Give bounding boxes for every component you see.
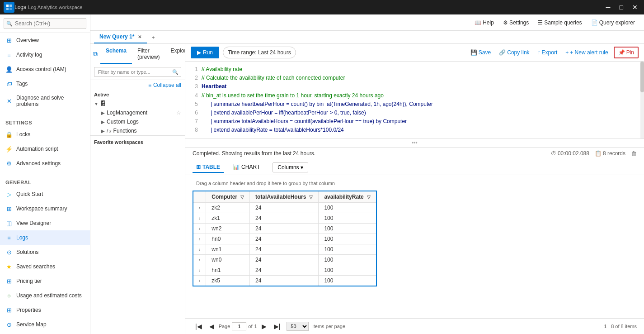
tree-item-functions[interactable]: ▶ f x Functions [98,126,185,135]
table-header-availability-rate[interactable]: availabilityRate ▽ [319,191,376,203]
pin-button[interactable]: 📌 Pin [614,47,639,58]
table-header-total-hours[interactable]: totalAvailableHours ▽ [250,191,319,203]
sidebar-item-workspace-summary[interactable]: ⊞ Workspace summary [0,201,90,216]
save-button[interactable]: 💾 Save [468,48,494,57]
sidebar-item-logs[interactable]: ≡ Logs [0,230,90,245]
new-alert-rule-button[interactable]: + + New alert rule [563,48,611,57]
table-header-computer[interactable]: Computer ▽ [206,191,250,203]
sidebar-item-locks[interactable]: 🔒 Locks [0,127,90,142]
row-expand-3[interactable]: › [193,234,206,244]
table-row[interactable]: › hn0 24 100 [193,234,376,244]
total-hours-filter-icon[interactable]: ▽ [309,195,313,200]
tab-add-button[interactable]: + [148,31,158,43]
export-button[interactable]: ↑ Export [535,48,560,57]
minimize-button[interactable]: ─ [603,3,613,12]
export-icon: ↑ [538,49,541,56]
sidebar-item-pricing-tier[interactable]: ⊞ Pricing tier [0,274,90,288]
table-row[interactable]: › wn1 24 100 [193,244,376,254]
sidebar-item-view-designer[interactable]: ◫ View Designer [0,216,90,230]
drag-handle[interactable]: ••• [185,139,644,148]
help-button[interactable]: 📖 Help [471,17,498,29]
sidebar-item-usage-costs[interactable]: ○ Usage and estimated costs [0,288,90,303]
tab-close-icon[interactable]: ✕ [138,34,141,39]
query-explorer-button[interactable]: 📄 Query explorer [588,17,639,29]
columns-button[interactable]: Columns ▾ [273,162,308,172]
row-expand-1[interactable]: › [193,213,206,223]
settings-label: Settings [509,19,529,26]
collapse-all-button[interactable]: ≡ Collapse all [148,82,181,88]
results-table: Computer ▽ totalAvailableHours ▽ availab… [193,191,377,286]
tree-item-logmanagement[interactable]: ▶ LogManagement ☆ [98,108,185,117]
sidebar-item-advanced-settings[interactable]: ⚙ Advanced settings [0,156,90,171]
table-row[interactable]: › wn0 24 100 [193,254,376,265]
availability-rate-filter-icon[interactable]: ▽ [367,195,371,200]
sidebar-item-solutions[interactable]: ⊙ Solutions [0,245,90,259]
row-expand-6[interactable]: › [193,265,206,275]
delete-results-button[interactable]: 🗑 [631,150,637,157]
table-row[interactable]: › hn1 24 100 [193,265,376,275]
run-label: Run [203,49,213,56]
row-total-hours-1: 24 [250,213,319,223]
tab-explore[interactable]: Explore [165,44,185,64]
copy-link-button[interactable]: 🔗 Copy link [496,48,532,57]
sidebar-item-saved-searches[interactable]: ★ Saved searches [0,259,90,274]
schema-filter-input[interactable] [94,67,181,77]
tree-item-star-icon[interactable]: ☆ [176,110,181,116]
row-expand-7[interactable]: › [193,275,206,286]
schema-tabs: ⧉ Schema Filter (preview) Explore « [90,44,185,64]
sidebar-item-properties[interactable]: ⊞ Properties [0,303,90,317]
sidebar-item-quick-start[interactable]: ▷ Quick Start [0,187,90,201]
sidebar-item-tags[interactable]: 🏷 Tags [0,76,90,91]
tree-item-custom-logs[interactable]: ▶ Custom Logs [98,117,185,126]
row-expand-2[interactable]: › [193,223,206,234]
sidebar-item-label: Diagnose and solve problems [16,95,85,107]
result-tab-table[interactable]: ⊞ TABLE [193,162,224,173]
sidebar-search-input[interactable] [4,18,86,29]
close-button[interactable]: ✕ [630,3,640,12]
sidebar-item-service-map[interactable]: ⊙ Service Map [0,317,90,332]
tab-new-query-1[interactable]: New Query 1* ✕ [94,31,147,43]
row-computer-6: hn1 [206,265,250,275]
row-expand-5[interactable]: › [193,254,206,265]
next-page-button[interactable]: ▶ [259,321,269,331]
solutions-icon: ⊙ [5,248,13,256]
computer-filter-icon[interactable]: ▽ [240,195,244,200]
prev-page-button[interactable]: ◀ [207,321,217,331]
tab-filter-preview[interactable]: Filter (preview) [132,44,165,64]
row-computer-2: wn2 [206,223,250,234]
code-editor[interactable]: 12345678 // Availability rate // Calcula… [185,62,644,139]
code-line-4: // bin_at is used to set the time grain … [202,91,637,100]
settings-icon: ⚙ [503,19,508,26]
code-line-8: | extend availabilityRate = totalAvailab… [202,126,637,134]
table-row[interactable]: › wn2 24 100 [193,223,376,234]
sidebar-item-activity-log[interactable]: ≡ Activity log [0,48,90,62]
tab-schema[interactable]: Schema [100,44,132,64]
row-expand-0[interactable]: › [193,202,206,213]
schema-filter-icon-btn[interactable]: ⧉ [90,44,100,64]
tree-item-label: LogManagement [107,110,147,116]
per-page-select[interactable]: 50 100 200 [287,322,309,331]
svg-rect-1 [9,5,12,7]
sidebar-item-overview[interactable]: ⊞ Overview [0,33,90,48]
row-expand-4[interactable]: › [193,244,206,254]
table-row[interactable]: › zk1 24 100 [193,213,376,223]
table-row[interactable]: › zk2 24 100 [193,202,376,213]
sidebar-item-label: Access control (IAM) [16,66,66,72]
first-page-button[interactable]: |◀ [193,321,205,331]
tree-expand-icon: ▶ [101,110,105,115]
sidebar-item-automation[interactable]: ⚡ Automation script [0,142,90,156]
last-page-button[interactable]: ▶| [271,321,283,331]
table-row[interactable]: › zk5 24 100 [193,275,376,286]
maximize-button[interactable]: □ [617,3,626,12]
row-availability-rate-3: 100 [319,234,376,244]
page-number-input[interactable] [232,322,246,330]
result-tab-chart[interactable]: 📊 CHART [229,162,263,173]
sidebar-item-access-control[interactable]: 👤 Access control (IAM) [0,62,90,76]
sample-queries-button[interactable]: ☰ Sample queries [534,17,585,29]
explore-tab-label: Explore [170,48,185,54]
run-button[interactable]: ▶ Run [191,47,219,58]
sidebar-item-diagnose[interactable]: ✕ Diagnose and solve problems [0,91,90,111]
alert-icon: + [565,49,569,56]
time-range-button[interactable]: Time range: Last 24 hours [223,47,296,58]
settings-button[interactable]: ⚙ Settings [499,17,532,29]
